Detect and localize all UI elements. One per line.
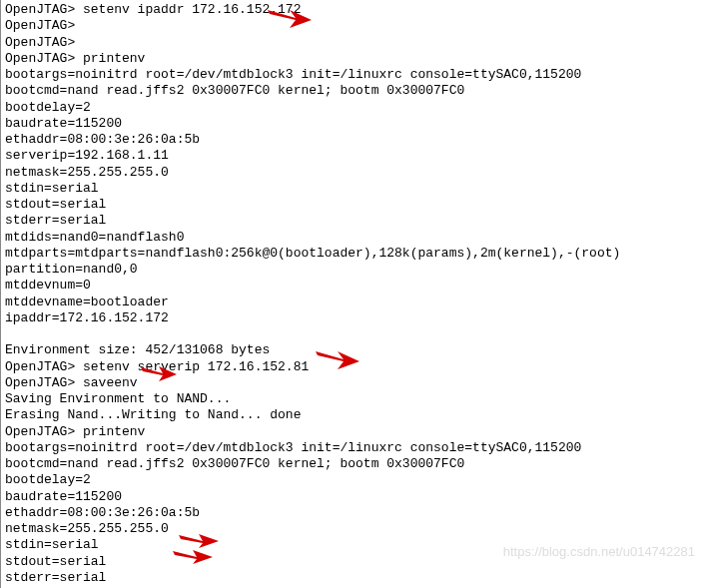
terminal-line: OpenJTAG> saveenv [5,375,699,391]
env-bootcmd: bootcmd=nand read.jffs2 0x30007FC0 kerne… [5,456,699,472]
env-stderr: stderr=serial [5,213,699,229]
prompt: OpenJTAG> [5,51,83,66]
env-mtdids: mtdids=nand0=nandflash0 [5,230,699,246]
prompt: OpenJTAG> [5,424,83,439]
env-mtddevname: mtddevname=bootloader [5,294,699,310]
env-bootdelay: bootdelay=2 [5,100,699,116]
env-netmask: netmask=255.255.255.0 [5,165,699,181]
env-partition: partition=nand0,0 [5,262,699,278]
env-mtddevnum: mtddevnum=0 [5,278,699,294]
save-msg: Saving Environment to NAND... [5,391,699,407]
env-stdout: stdout=serial [5,554,699,570]
cmd-setenv-ipaddr: setenv ipaddr 172.16.152.172 [83,2,301,17]
save-msg: Erasing Nand...Writing to Nand... done [5,407,699,423]
env-ethaddr: ethaddr=08:00:3e:26:0a:5b [5,132,699,148]
env-netmask: netmask=255.255.255.0 [5,521,699,537]
terminal-line: OpenJTAG> [5,18,699,34]
prompt: OpenJTAG> [5,2,83,17]
terminal-line: OpenJTAG> [5,35,699,51]
env-mtdparts: mtdparts=mtdparts=nandflash0:256k@0(boot… [5,246,699,262]
terminal-line: OpenJTAG> setenv ipaddr 172.16.152.172 [5,2,699,18]
blank-line [5,326,699,342]
env-size: Environment size: 452/131068 bytes [5,342,699,358]
terminal-line: OpenJTAG> printenv [5,424,699,440]
cmd-printenv: printenv [83,51,145,66]
env-baudrate: baudrate=115200 [5,116,699,132]
env-ethaddr: ethaddr=08:00:3e:26:0a:5b [5,505,699,521]
prompt: OpenJTAG> [5,18,83,33]
env-stdin: stdin=serial [5,181,699,197]
env-bootcmd: bootcmd=nand read.jffs2 0x30007FC0 kerne… [5,83,699,99]
prompt: OpenJTAG> [5,35,83,50]
env-bootargs: bootargs=noinitrd root=/dev/mtdblock3 in… [5,67,699,83]
cmd-setenv-serverip: setenv serverip 172.16.152.81 [83,359,309,374]
cmd-printenv: printenv [83,424,145,439]
env-stderr: stderr=serial [5,570,699,586]
env-ipaddr: ipaddr=172.16.152.172 [5,310,699,326]
env-serverip: serverip=192.168.1.11 [5,148,699,164]
cmd-saveenv: saveenv [83,375,138,390]
terminal-line: OpenJTAG> printenv [5,51,699,67]
prompt: OpenJTAG> [5,359,83,374]
prompt: OpenJTAG> [5,375,83,390]
env-bootargs: bootargs=noinitrd root=/dev/mtdblock3 in… [5,440,699,456]
terminal-line: OpenJTAG> setenv serverip 172.16.152.81 [5,359,699,375]
env-stdin: stdin=serial [5,537,699,553]
env-bootdelay: bootdelay=2 [5,472,699,488]
env-stdout: stdout=serial [5,197,699,213]
env-baudrate: baudrate=115200 [5,489,699,505]
